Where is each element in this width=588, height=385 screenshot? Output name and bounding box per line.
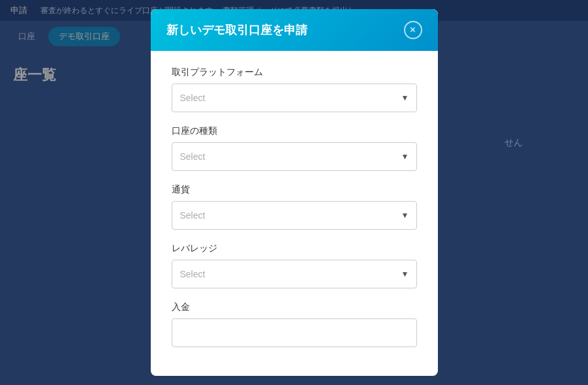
select-wrapper-currency: Select ▼: [172, 201, 417, 230]
modal-body: 取引プラットフォーム Select ▼ 口座の種類 Select: [151, 51, 438, 347]
modal-title: 新しいデモ取引口座を申請: [166, 22, 307, 38]
select-currency[interactable]: Select: [172, 201, 417, 230]
modal-dialog: 新しいデモ取引口座を申請 × 取引プラットフォーム Select ▼ 口座: [151, 9, 438, 376]
label-currency: 通貨: [172, 184, 417, 196]
select-wrapper-leverage: Select ▼: [172, 260, 417, 288]
form-group-trading-platform: 取引プラットフォーム Select ▼: [172, 67, 417, 112]
select-trading-platform[interactable]: Select: [172, 84, 417, 112]
select-account-type[interactable]: Select: [172, 142, 417, 171]
modal-overlay: 新しいデモ取引口座を申請 × 取引プラットフォーム Select ▼ 口座: [0, 0, 588, 385]
background: 申請 審査が終わるとすぐにライブ口座が開設されます。 書類管理ページにて必要書類…: [0, 0, 588, 385]
label-deposit: 入金: [172, 301, 417, 313]
select-wrapper-trading-platform: Select ▼: [172, 84, 417, 112]
form-group-account-type: 口座の種類 Select ▼: [172, 125, 417, 171]
input-deposit[interactable]: [172, 318, 417, 347]
select-leverage[interactable]: Select: [172, 260, 417, 288]
label-leverage: レバレッジ: [172, 243, 417, 254]
form-group-deposit: 入金: [172, 301, 417, 347]
label-account-type: 口座の種類: [172, 125, 417, 137]
select-wrapper-account-type: Select ▼: [172, 142, 417, 171]
modal-close-button[interactable]: ×: [404, 21, 422, 39]
form-group-leverage: レバレッジ Select ▼: [172, 243, 417, 288]
label-trading-platform: 取引プラットフォーム: [172, 67, 417, 78]
modal-header: 新しいデモ取引口座を申請 ×: [151, 9, 438, 51]
form-group-currency: 通貨 Select ▼: [172, 184, 417, 230]
